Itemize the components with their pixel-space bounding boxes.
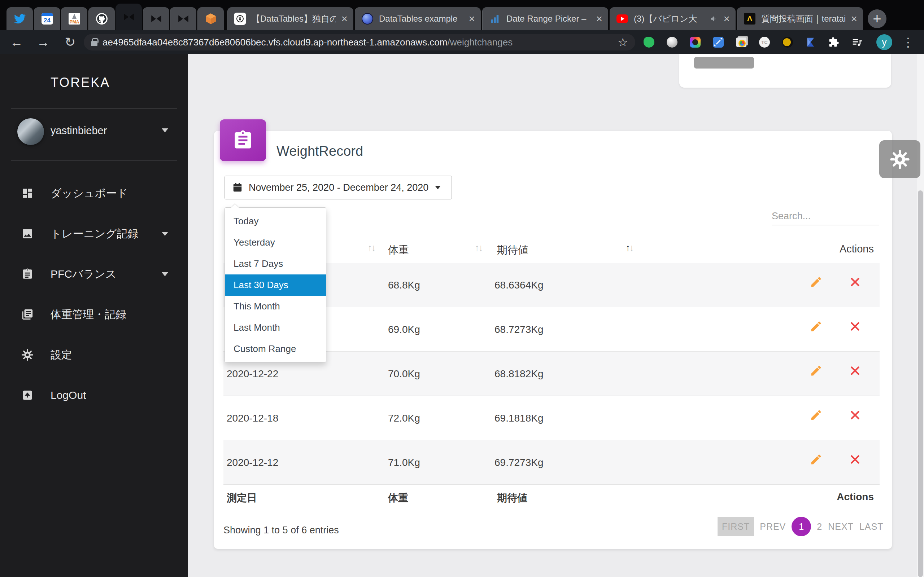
delete-x-icon[interactable] <box>847 363 863 379</box>
page-button-last[interactable]: LAST <box>859 521 884 532</box>
tab-youtube[interactable]: (3)【バビロン大× <box>610 7 736 30</box>
windows-extension-icon[interactable] <box>736 36 747 48</box>
delete-x-icon[interactable] <box>847 407 863 423</box>
close-icon[interactable]: × <box>468 13 475 24</box>
tab-title: 【DataTables】独自の <box>252 13 336 24</box>
date-range-picker-button[interactable]: November 25, 2020 - December 24, 2020 <box>225 176 452 200</box>
edit-pencil-icon[interactable] <box>808 451 824 467</box>
expected-value-cell: 69.7273Kg <box>494 440 543 485</box>
range-option[interactable]: Yesterday <box>225 232 326 253</box>
range-option[interactable]: Today <box>225 211 326 232</box>
tab-pinned-calendar[interactable]: 24 <box>34 7 60 30</box>
screen: 24PMA 【DataTables】独自の×DataTables example… <box>0 0 924 577</box>
measurement-date-cell: 2020-12-12 <box>227 440 278 485</box>
weight-cell: 68.8Kg <box>388 263 420 307</box>
close-icon[interactable]: × <box>341 13 347 24</box>
sidebar-item-clipboard[interactable]: PFCバランス <box>0 254 188 294</box>
expected-value-cell: 68.6364Kg <box>494 263 543 307</box>
scrolled-card-remnant <box>679 54 891 88</box>
page-button-2[interactable]: 2 <box>817 521 822 532</box>
yellowdot-extension-icon[interactable] <box>782 36 793 48</box>
browser-menu-icon[interactable]: ⋮ <box>901 30 915 54</box>
search-input[interactable] <box>772 207 879 226</box>
delete-x-icon[interactable] <box>847 318 863 334</box>
tab-teratail[interactable]: Λ質問投稿画面｜teratai× <box>737 7 863 30</box>
close-icon[interactable]: × <box>723 13 730 24</box>
edit-pencil-icon[interactable] <box>808 407 824 423</box>
address-bar[interactable]: ae4965dfa4a04e8c87367d6e80606bec.vfs.clo… <box>84 34 635 50</box>
forward-button[interactable]: → <box>33 30 53 54</box>
sidebar-item-label: ダッシュボード <box>50 186 128 201</box>
range-option[interactable]: This Month <box>225 296 326 317</box>
camera-extension-icon[interactable] <box>690 36 701 48</box>
footer-column-label: 期待値 <box>497 491 527 505</box>
bluearrows-extension-icon[interactable] <box>712 36 724 48</box>
close-icon[interactable]: × <box>596 13 603 24</box>
close-icon[interactable]: × <box>851 13 857 24</box>
logout-icon <box>21 389 34 402</box>
scrollbar-thumb[interactable] <box>918 190 923 577</box>
puzzle-extension-icon[interactable] <box>828 36 840 48</box>
column-header[interactable]: 期待値 <box>497 243 528 258</box>
range-option[interactable]: Last 30 Days <box>225 274 326 296</box>
back-button[interactable]: ← <box>6 30 27 54</box>
range-option[interactable]: Last 7 Days <box>225 253 326 274</box>
graysphere-extension-icon[interactable] <box>666 36 678 48</box>
chevron-down-icon[interactable] <box>162 128 168 132</box>
url-text[interactable]: ae4965dfa4a04e8c87367d6e80606bec.vfs.clo… <box>102 37 612 48</box>
sort-icon[interactable]: ↑↓ <box>475 242 482 253</box>
sidebar-item-logout[interactable]: LogOut <box>0 375 188 416</box>
sort-icon[interactable]: ↑↓ <box>625 242 633 253</box>
table-row: 2020-12-1271.0Kg69.7273Kg <box>223 440 880 485</box>
edit-pencil-icon[interactable] <box>808 274 824 290</box>
delete-x-icon[interactable] <box>847 274 863 290</box>
page-button-prev[interactable]: PREV <box>760 521 786 532</box>
teratail-icon: Λ <box>743 12 756 25</box>
tc-extension-icon[interactable]: TC <box>759 36 770 48</box>
settings-fab[interactable] <box>879 140 921 178</box>
range-option[interactable]: Custom Range <box>225 338 326 359</box>
tab-chart[interactable]: Date Range Picker –× <box>482 7 608 30</box>
edit-pencil-icon[interactable] <box>808 363 824 379</box>
tab-pinned-twitter[interactable] <box>6 7 33 30</box>
tab-pinned-cube[interactable] <box>197 7 224 30</box>
tab-sphere[interactable]: DataTables example× <box>355 7 481 30</box>
tab-pennib[interactable]: 【DataTables】独自の× <box>228 7 353 30</box>
tab-pinned-bowtie3[interactable] <box>170 7 196 30</box>
sort-icon[interactable]: ↑↓ <box>367 242 375 253</box>
bookmark-star-icon[interactable]: ☆ <box>617 35 628 49</box>
scrollbar-track[interactable] <box>917 54 924 577</box>
reload-button[interactable]: ↻ <box>60 30 80 54</box>
sphere-icon <box>361 12 374 25</box>
column-header[interactable]: 体重 <box>388 243 409 258</box>
evernote-extension-icon[interactable] <box>643 36 655 48</box>
twitter-icon <box>13 12 26 25</box>
range-option[interactable]: Last Month <box>225 317 326 338</box>
user-name[interactable]: yastinbieber <box>50 125 107 137</box>
browser-profile-avatar[interactable]: y <box>876 34 892 50</box>
sidebar-item-dashboard[interactable]: ダッシュボード <box>0 173 188 213</box>
page-button-next[interactable]: NEXT <box>828 521 854 532</box>
bowtie-icon <box>122 10 135 23</box>
weight-cell: 72.0Kg <box>388 396 420 440</box>
calendar-icon: 24 <box>41 12 54 25</box>
delete-x-icon[interactable] <box>847 451 863 467</box>
user-avatar[interactable] <box>17 118 44 145</box>
new-tab-button[interactable]: + <box>868 10 887 28</box>
tab-pinned-github[interactable] <box>89 7 115 30</box>
tab-pinned-bowtie[interactable] <box>115 3 142 30</box>
weight-cell: 69.0Kg <box>388 307 420 351</box>
blueclip-extension-icon[interactable] <box>805 36 816 48</box>
gray-button[interactable] <box>694 57 754 69</box>
sidebar-item-image[interactable]: トレーニング記録 <box>0 213 188 254</box>
expected-value-cell: 68.7273Kg <box>494 307 543 351</box>
edit-pencil-icon[interactable] <box>808 318 824 334</box>
sidebar-item-label: LogOut <box>50 389 86 401</box>
measurement-date-cell: 2020-12-18 <box>227 396 278 440</box>
sidebar-item-gear[interactable]: 設定 <box>0 335 188 375</box>
tab-pinned-pma[interactable]: PMA <box>61 7 87 30</box>
sidebar-item-books[interactable]: 体重管理・記録 <box>0 294 188 335</box>
page-button-1[interactable]: 1 <box>792 517 811 536</box>
tab-pinned-bowtie2[interactable] <box>143 7 169 30</box>
playlist-extension-icon[interactable] <box>851 36 863 48</box>
